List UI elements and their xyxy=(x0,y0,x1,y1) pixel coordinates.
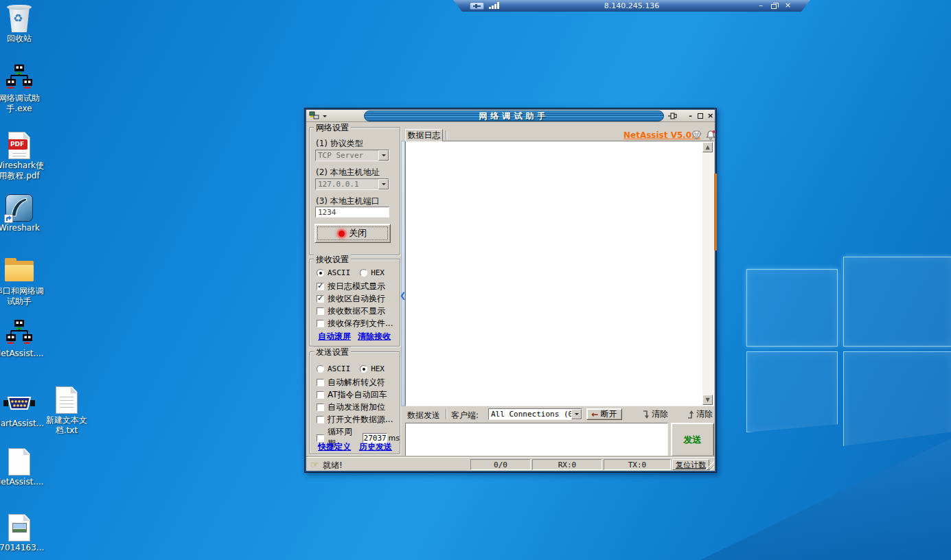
network-nodes-icon xyxy=(0,318,45,349)
host-label: (2) 本地主机地址 xyxy=(316,167,380,178)
window-edge-marker xyxy=(714,174,717,250)
client-label: 客户端: xyxy=(451,410,479,421)
send-file-source-checkbox[interactable]: 打开文件数据源... xyxy=(317,414,393,425)
send-settings-title: 发送设置 xyxy=(314,347,351,358)
window-title-pill: 网络调试助手 xyxy=(364,110,664,121)
port-label: (3) 本地主机端口 xyxy=(316,196,380,207)
send-escape-checkbox[interactable]: 自动解析转义符 xyxy=(317,377,385,388)
receive-hex-radio[interactable] xyxy=(360,269,367,277)
window-title: 网络调试助手 xyxy=(479,111,549,121)
network-settings-group: 网络设置 (1) 协议类型 TCP Server (2) 本地主机地址 127.… xyxy=(309,127,400,255)
log-scrollbar[interactable]: ▲ ▼ xyxy=(702,142,713,405)
desktop-icon-image-file[interactable]: 17014163... xyxy=(0,513,45,553)
receive-ascii-radio[interactable]: ASCII HEX xyxy=(317,268,385,277)
receive-settings-title: 接收设置 xyxy=(314,254,351,266)
clear-receive-button[interactable]: 清除 xyxy=(686,408,713,420)
desktop-icon-netassist-exe[interactable]: 网络调试助 手.exe xyxy=(0,63,45,114)
disconnect-arrow-icon: ← xyxy=(591,410,598,419)
pdf-file-icon: PDF xyxy=(0,130,45,161)
send-separator xyxy=(446,409,446,419)
network-nodes-icon xyxy=(0,63,45,93)
wireshark-icon xyxy=(0,193,45,223)
status-counter: 0/0 xyxy=(470,459,531,470)
send-input[interactable] xyxy=(405,423,668,456)
protocol-label: (1) 协议类型 xyxy=(316,138,363,150)
titlebar-pin-icon[interactable] xyxy=(667,112,678,120)
send-settings-group: 发送设置 ASCII HEX 自动解析转义符 AT指令自动回车 自动发送附加位 … xyxy=(309,351,400,454)
receive-settings-group: 接收设置 ASCII HEX 按日志模式显示 接收区自动换行 接收数据不显示 接… xyxy=(309,259,400,347)
port-input[interactable] xyxy=(315,207,389,218)
netassist-window: 网络调试助手 - × 网络设置 (1) 协议类型 TCP Server (2) … xyxy=(304,108,717,473)
image-file-icon xyxy=(0,513,45,543)
serial-connector-icon xyxy=(0,388,45,419)
data-log-area[interactable]: ▲ ▼ xyxy=(405,141,714,406)
windows-logo xyxy=(745,254,951,460)
desktop-icon-uartassist[interactable]: UartAssist... xyxy=(0,388,45,429)
receive-wordwrap-checkbox[interactable]: 接收区自动换行 xyxy=(317,293,385,305)
window-maximize-button[interactable] xyxy=(696,111,704,121)
send-append-checkbox[interactable]: 自动发送附加位 xyxy=(317,401,385,413)
rdp-connection-bar[interactable]: 8.140.245.136 – × xyxy=(453,0,810,12)
version-link[interactable]: NetAssist V5.0.1 xyxy=(623,130,700,140)
desktop-icon-serial-folder[interactable]: 串口和网络调 试助手 xyxy=(0,256,45,307)
scroll-up-icon[interactable]: ▲ xyxy=(702,142,713,152)
dropdown-arrow-icon[interactable] xyxy=(378,179,389,189)
arrow-up-icon xyxy=(686,410,694,419)
window-titlebar[interactable]: 网络调试助手 - × xyxy=(306,110,715,122)
ready-hand-icon: ☞ xyxy=(310,459,319,470)
app-icon[interactable] xyxy=(309,111,320,121)
rdp-close-button[interactable]: × xyxy=(785,1,791,10)
disconnect-button[interactable]: ← 断开 xyxy=(586,408,622,420)
history-send-link[interactable]: 历史发送 xyxy=(359,441,392,453)
status-bar: ☞ 就绪! 0/0 RX:0 TX:0 复位计数 xyxy=(306,457,715,471)
tab-separator xyxy=(446,130,446,140)
client-select[interactable]: All Connections (0) xyxy=(488,408,582,420)
auto-scroll-link[interactable]: 自动滚屏 xyxy=(318,331,351,342)
shortcut-arrow-icon xyxy=(4,214,13,223)
send-at-cr-checkbox[interactable]: AT指令自动回车 xyxy=(317,389,387,401)
network-settings-title: 网络设置 xyxy=(314,122,351,134)
window-minimize-button[interactable]: - xyxy=(686,111,695,121)
folder-icon xyxy=(0,256,45,286)
notification-bell-icon[interactable] xyxy=(705,130,716,140)
status-ready: 就绪! xyxy=(323,460,343,471)
desktop-icon-wireshark[interactable]: Wireshark xyxy=(0,193,45,233)
dropdown-arrow-icon[interactable] xyxy=(378,150,389,161)
desktop-icon-new-text-doc[interactable]: 新建文本文 档.txt xyxy=(41,385,93,436)
clear-send-button[interactable]: 清除 xyxy=(641,408,668,420)
desktop-icon-wireshark-pdf[interactable]: PDF Wireshark使 用教程.pdf xyxy=(0,130,45,181)
app-menu-caret-icon[interactable] xyxy=(323,115,327,119)
send-ascii-radio[interactable]: ASCII HEX xyxy=(317,364,385,373)
desktop-icon-netassist-doc[interactable]: NetAssist.... xyxy=(0,447,45,487)
desktop-icon-recycle-bin[interactable]: ♻ 回收站 xyxy=(0,3,45,44)
receive-hide-data-checkbox[interactable]: 接收数据不显示 xyxy=(317,305,385,317)
status-tx: TX:0 xyxy=(604,459,671,470)
close-server-button[interactable]: 关闭 xyxy=(314,224,391,243)
receive-save-file-checkbox[interactable]: 接收保存到文件... xyxy=(317,318,393,329)
gem-icon[interactable] xyxy=(691,130,702,140)
quick-define-link[interactable]: 快捷定义 xyxy=(318,441,351,453)
status-rx: RX:0 xyxy=(532,459,602,470)
desktop-icon-netassist-shortcut[interactable]: NetAssist.... xyxy=(0,318,45,359)
text-file-icon xyxy=(41,385,93,415)
rdp-ip-address: 8.140.245.136 xyxy=(453,1,810,10)
blank-file-icon xyxy=(0,447,45,477)
reset-count-button[interactable]: 复位计数 xyxy=(672,459,709,470)
rdp-minimize-button[interactable]: – xyxy=(759,1,763,10)
host-select[interactable]: 127.0.0.1 xyxy=(315,178,389,190)
window-close-button[interactable]: × xyxy=(706,111,715,121)
receive-log-mode-checkbox[interactable]: 按日志模式显示 xyxy=(317,281,385,292)
recycle-bin-icon: ♻ xyxy=(0,3,45,34)
dropdown-arrow-icon[interactable] xyxy=(571,409,582,419)
send-button[interactable]: 发送 xyxy=(671,423,714,456)
scroll-down-icon[interactable]: ▼ xyxy=(702,395,713,405)
arrow-down-icon xyxy=(641,410,650,419)
data-send-label: 数据发送 xyxy=(407,410,440,421)
data-log-tab[interactable]: 数据日志 xyxy=(405,129,443,141)
rdp-restore-button[interactable] xyxy=(771,1,777,10)
send-hex-radio[interactable] xyxy=(360,365,367,373)
protocol-select[interactable]: TCP Server xyxy=(315,150,389,161)
clear-receive-link[interactable]: 清除接收 xyxy=(358,331,391,342)
